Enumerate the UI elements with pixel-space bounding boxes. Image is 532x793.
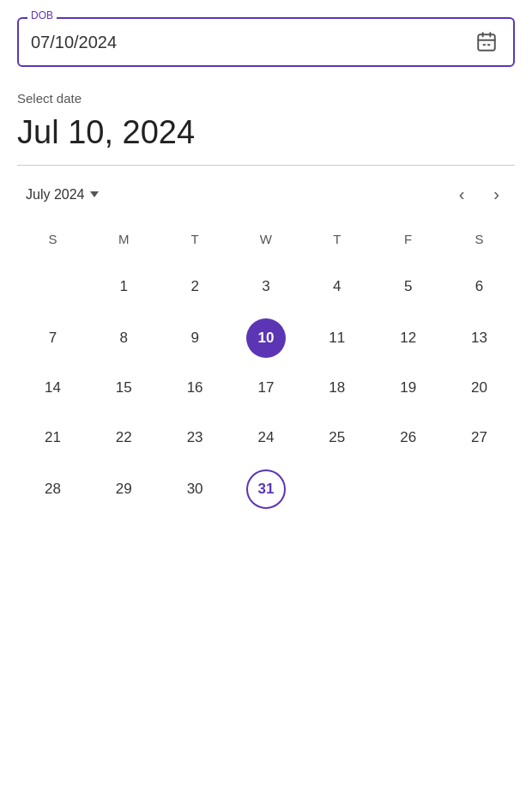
day-8[interactable]: 8 [104, 318, 143, 358]
day-12[interactable]: 12 [389, 318, 428, 358]
day-13[interactable]: 13 [460, 318, 499, 358]
nav-arrows: ‹ › [452, 181, 506, 208]
day-18[interactable]: 18 [317, 368, 357, 408]
calendar-week-row: 123456 [17, 260, 515, 313]
calendar-day-cell [372, 463, 444, 516]
calendar-day-cell[interactable]: 10 [231, 313, 302, 363]
calendar-day-cell[interactable]: 5 [372, 260, 444, 313]
select-date-label: Select date [17, 91, 515, 106]
calendar-day-cell[interactable]: 16 [160, 363, 231, 413]
month-dropdown-button[interactable]: July 2024 [26, 187, 99, 203]
weekday-W: W [231, 225, 302, 260]
day-5[interactable]: 5 [389, 267, 428, 306]
day-30[interactable]: 30 [175, 469, 215, 509]
calendar-day-cell[interactable]: 27 [444, 413, 515, 463]
weekday-S1: S [17, 225, 88, 260]
calendar-week-row: 78910111213 [17, 313, 515, 363]
calendar-day-cell[interactable]: 6 [444, 260, 515, 313]
day-empty [317, 468, 357, 507]
day-31[interactable]: 31 [246, 469, 286, 509]
next-month-button[interactable]: › [487, 181, 506, 208]
day-27[interactable]: 27 [460, 418, 499, 457]
day-28[interactable]: 28 [33, 469, 72, 509]
weekday-T1: T [160, 225, 231, 260]
day-2[interactable]: 2 [175, 267, 215, 306]
weekday-F: F [372, 225, 444, 260]
day-25[interactable]: 25 [317, 418, 357, 457]
weekday-header-row: S M T W T F S [17, 225, 515, 260]
calendar-day-cell[interactable]: 24 [231, 413, 302, 463]
calendar-week-row: 28293031 [17, 463, 515, 516]
calendar-day-cell[interactable]: 26 [372, 413, 444, 463]
dob-value: 07/10/2024 [31, 33, 117, 52]
calendar-day-cell[interactable]: 11 [301, 313, 372, 363]
calendar-week-row: 21222324252627 [17, 413, 515, 463]
calendar-day-cell[interactable]: 19 [372, 363, 444, 413]
calendar-day-cell[interactable]: 15 [88, 363, 160, 413]
calendar-icon-button[interactable] [472, 27, 501, 57]
day-7[interactable]: 7 [33, 318, 72, 358]
datepicker-panel: Select date Jul 10, 2024 July 2024 ‹ › S… [17, 91, 515, 516]
dob-field: DOB 07/10/2024 [17, 17, 515, 67]
svg-rect-0 [478, 34, 495, 50]
day-23[interactable]: 23 [175, 418, 215, 457]
calendar-day-cell[interactable]: 9 [160, 313, 231, 363]
day-26[interactable]: 26 [389, 418, 428, 457]
calendar-day-cell[interactable]: 31 [231, 463, 302, 516]
next-arrow-icon: › [493, 185, 499, 204]
calendar-icon [475, 31, 498, 53]
calendar-day-cell[interactable]: 12 [372, 313, 444, 363]
weekday-M: M [88, 225, 160, 260]
calendar-day-cell [301, 463, 372, 516]
calendar-day-cell[interactable]: 20 [444, 363, 515, 413]
calendar-day-cell[interactable]: 28 [17, 463, 88, 516]
calendar-day-cell[interactable]: 21 [17, 413, 88, 463]
calendar-day-cell[interactable]: 8 [88, 313, 160, 363]
weekday-T2: T [301, 225, 372, 260]
day-29[interactable]: 29 [104, 469, 143, 509]
calendar-day-cell[interactable]: 14 [17, 363, 88, 413]
month-nav-row: July 2024 ‹ › [17, 181, 515, 208]
day-19[interactable]: 19 [389, 368, 428, 408]
calendar-day-cell[interactable]: 3 [231, 260, 302, 313]
calendar-day-cell[interactable]: 18 [301, 363, 372, 413]
day-1[interactable]: 1 [104, 267, 143, 306]
day-17[interactable]: 17 [246, 368, 286, 408]
calendar-day-cell[interactable]: 23 [160, 413, 231, 463]
calendar-day-cell [444, 463, 515, 516]
day-11[interactable]: 11 [317, 318, 357, 358]
selected-date-display: Jul 10, 2024 [17, 114, 515, 151]
day-3[interactable]: 3 [246, 267, 286, 306]
calendar-day-cell[interactable]: 22 [88, 413, 160, 463]
day-14[interactable]: 14 [33, 368, 72, 408]
day-9[interactable]: 9 [175, 318, 215, 358]
calendar-day-cell [17, 260, 88, 313]
calendar-week-row: 14151617181920 [17, 363, 515, 413]
day-6[interactable]: 6 [460, 267, 499, 306]
day-20[interactable]: 20 [460, 368, 499, 408]
day-22[interactable]: 22 [104, 418, 143, 457]
day-16[interactable]: 16 [175, 368, 215, 408]
day-15[interactable]: 15 [104, 368, 143, 408]
day-24[interactable]: 24 [246, 418, 286, 457]
calendar-day-cell[interactable]: 30 [160, 463, 231, 516]
calendar-day-cell[interactable]: 7 [17, 313, 88, 363]
calendar-day-cell[interactable]: 1 [88, 260, 160, 313]
calendar-day-cell[interactable]: 25 [301, 413, 372, 463]
weekday-S2: S [444, 225, 515, 260]
day-21[interactable]: 21 [33, 418, 72, 457]
day-empty [460, 468, 499, 507]
day-10[interactable]: 10 [246, 318, 286, 358]
calendar-day-cell[interactable]: 17 [231, 363, 302, 413]
month-label: July 2024 [26, 187, 85, 203]
svg-rect-5 [487, 44, 490, 45]
prev-month-button[interactable]: ‹ [452, 181, 472, 208]
calendar-day-cell[interactable]: 29 [88, 463, 160, 516]
calendar-day-cell[interactable]: 2 [160, 260, 231, 313]
calendar-day-cell[interactable]: 4 [301, 260, 372, 313]
dob-label: DOB [27, 9, 57, 21]
day-4[interactable]: 4 [317, 267, 357, 306]
prev-arrow-icon: ‹ [459, 185, 465, 204]
calendar-day-cell[interactable]: 13 [444, 313, 515, 363]
day-empty [389, 468, 428, 507]
